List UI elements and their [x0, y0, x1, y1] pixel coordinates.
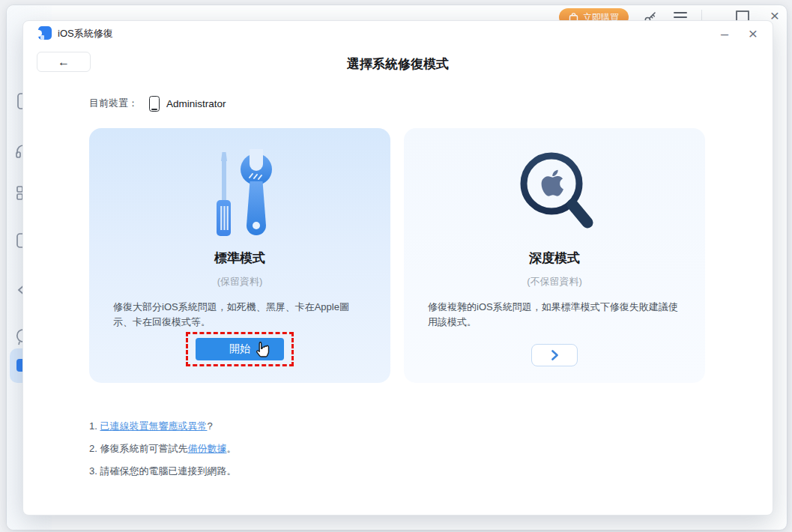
- note-2-link[interactable]: 備份數據: [187, 443, 226, 454]
- app-logo-icon: [38, 26, 52, 40]
- current-device-row: 目前裝置： Administrator: [89, 95, 226, 112]
- note-item-1: 1. 已連線裝置無響應或異常?: [89, 419, 236, 441]
- note-2-text: 2. 修復系統前可嘗試先: [89, 443, 187, 454]
- magnifier-apple-icon: [513, 128, 596, 239]
- note-1-link[interactable]: 已連線裝置無響應或異常: [100, 420, 207, 432]
- page-title: 選擇系統修復模式: [23, 55, 773, 73]
- deep-mode-card[interactable]: 深度模式 (不保留資料) 修復複雜的iOS系統問題，如果標準模式下修復失敗建議使…: [404, 128, 705, 383]
- device-name: Administrator: [166, 98, 226, 109]
- notes-list: 1. 已連線裝置無響應或異常? 2. 修復系統前可嘗試先備份數據。 3. 請確保…: [89, 419, 236, 486]
- close-icon[interactable]: ×: [743, 21, 764, 46]
- phone-icon: [149, 96, 160, 112]
- chevron-right-icon: [551, 350, 559, 360]
- screwdriver-wrench-icon: [202, 128, 277, 239]
- note-2-suffix: 。: [226, 443, 236, 454]
- device-label: 目前裝置：: [89, 97, 138, 110]
- note-1-text: 1.: [89, 420, 100, 432]
- note-3-text: 3. 請確保您的電腦已連接到網路。: [89, 465, 236, 477]
- standard-mode-card[interactable]: 標準模式 (保留資料) 修復大部分iOS系統問題，如死機、黑屏、卡在Apple圖…: [89, 128, 390, 383]
- standard-mode-description: 修復大部分iOS系統問題，如死機、黑屏、卡在Apple圖示、卡在回復模式等。: [89, 300, 390, 330]
- ios-repair-dialog: iOS系統修復 – × ← 選擇系統修復模式 目前裝置： Administrat…: [22, 20, 773, 516]
- start-button[interactable]: 開始: [196, 338, 284, 360]
- dialog-titlebar: iOS系統修復 – ×: [23, 21, 773, 46]
- standard-mode-title: 標準模式: [214, 250, 265, 267]
- deep-mode-title: 深度模式: [529, 250, 580, 267]
- dialog-title: iOS系統修復: [58, 21, 113, 46]
- deep-mode-next-button[interactable]: [531, 344, 578, 366]
- deep-mode-subtitle: (不保留資料): [527, 275, 582, 288]
- note-1-suffix: ?: [207, 420, 212, 432]
- deep-mode-description: 修復複雜的iOS系統問題，如果標準模式下修復失敗建議使用該模式。: [404, 300, 705, 330]
- minimize-icon[interactable]: –: [714, 21, 735, 46]
- start-button-highlight: 開始: [186, 332, 294, 366]
- note-item-2: 2. 修復系統前可嘗試先備份數據。: [89, 441, 236, 464]
- standard-mode-subtitle: (保留資料): [217, 275, 263, 288]
- note-item-3: 3. 請確保您的電腦已連接到網路。: [89, 464, 236, 486]
